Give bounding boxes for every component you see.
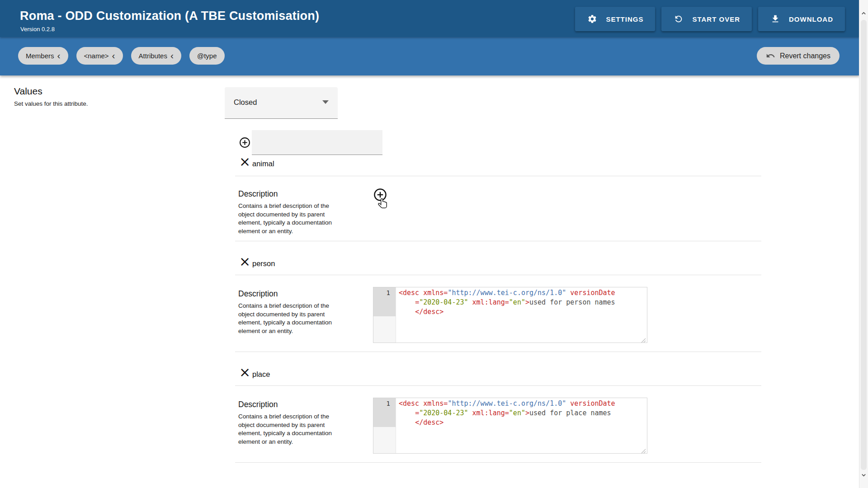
description-heading: Description [238,289,278,299]
line-number: 1 [387,289,390,296]
settings-button[interactable]: SETTINGS [575,7,655,31]
start-over-label: START OVER [692,15,740,23]
app-bar: Roma - ODD Customization (A TBE Customis… [0,0,859,37]
crumb-label: <name> [84,52,109,60]
divider [235,385,761,386]
scrollbar-thumb[interactable] [861,20,867,470]
new-value-input[interactable] [252,130,382,155]
crumb-label: @type [197,52,217,60]
crumb-attributes[interactable]: Attributes ‹ [131,47,181,65]
values-heading: Values [14,86,42,97]
scroll-up-icon[interactable] [861,11,866,16]
chevron-left-icon: ‹ [170,53,174,58]
refresh-icon [673,14,684,24]
values-subheading: Set values for this attribute. [14,100,88,107]
editor-gutter: 1 [373,398,396,453]
divider [235,462,761,463]
remove-value-place-button[interactable]: × [239,367,250,378]
crumb-label: Members [26,52,54,60]
download-icon [770,14,781,24]
line-number: 1 [387,400,390,407]
app-title: Roma - ODD Customization (A TBE Customis… [20,9,319,23]
description-code-editor[interactable]: 1 <desc xmlns="http://www.tei-c.org/ns/1… [373,398,647,454]
chevron-left-icon: ‹ [112,53,115,58]
values-type-select-value: Closed [234,98,257,107]
editor-gutter: 1 [373,287,396,343]
vertical-scrollbar[interactable] [859,0,868,488]
close-icon: × [239,253,250,269]
app-version: Version 0.2.8 [20,26,55,33]
editor-code[interactable]: <desc xmlns="http://www.tei-c.org/ns/1.0… [399,288,645,317]
dropdown-caret-icon [322,100,329,104]
values-type-select[interactable]: Closed [225,87,338,119]
editor-gutter-active-line [373,398,396,427]
revert-changes-label: Revert changes [780,52,830,60]
editor-code[interactable]: <desc xmlns="http://www.tei-c.org/ns/1.0… [399,399,645,427]
description-heading: Description [238,400,278,409]
description-gloss: Contains a brief description of the obje… [238,413,340,446]
undo-icon [766,51,775,61]
remove-value-person-button[interactable]: × [239,256,250,267]
scroll-down-icon[interactable] [861,473,866,478]
description-gloss: Contains a brief description of the obje… [238,202,340,235]
page: Roma - ODD Customization (A TBE Customis… [0,0,868,488]
description-code-editor[interactable]: 1 <desc xmlns="http://www.tei-c.org/ns/1… [373,287,647,343]
crumb-type[interactable]: @type [189,47,225,65]
breadcrumb-bar: Members ‹ <name> ‹ Attributes ‹ @type Re… [0,37,859,75]
chevron-left-icon: ‹ [57,53,61,58]
remove-value-animal-button[interactable]: × [239,156,250,167]
divider [235,352,761,352]
divider [235,176,761,176]
crumb-name[interactable]: <name> ‹ [76,47,123,65]
plus-circle-icon [373,188,387,203]
divider [235,275,761,275]
description-gloss: Contains a brief description of the obje… [238,302,340,335]
description-heading: Description [238,189,278,199]
crumb-members[interactable]: Members ‹ [18,47,68,65]
download-label: DOWNLOAD [789,15,833,23]
crumb-label: Attributes [139,52,167,60]
start-over-button[interactable]: START OVER [661,7,752,31]
breadcrumb: Members ‹ <name> ‹ Attributes ‹ @type [18,47,225,65]
download-button[interactable]: DOWNLOAD [758,7,845,31]
add-value-button[interactable] [239,137,250,150]
gear-icon [587,14,598,24]
resize-grip-icon[interactable] [641,337,646,342]
revert-changes-button[interactable]: Revert changes [757,47,840,65]
plus-circle-icon [239,137,250,150]
value-name: animal [252,160,274,168]
divider [235,241,761,241]
resize-grip-icon[interactable] [641,447,646,452]
value-name: place [252,370,270,379]
close-icon: × [239,154,250,169]
value-name: person [252,259,275,268]
close-icon: × [239,364,250,380]
add-description-button[interactable] [373,188,387,203]
app-bar-actions: SETTINGS START OVER DOWNLOAD [575,7,845,31]
editor-gutter-active-line [373,287,396,316]
settings-label: SETTINGS [606,15,643,23]
